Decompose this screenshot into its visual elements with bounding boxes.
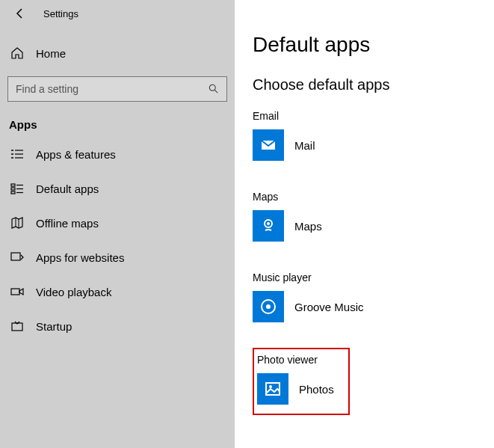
svg-point-23 [266, 304, 271, 309]
category-maps: Maps Maps [253, 191, 494, 242]
category-label: Music player [253, 271, 494, 283]
sidebar-item-apps-features[interactable]: Apps & features [0, 137, 235, 171]
svg-line-1 [214, 90, 217, 93]
app-selector-photo[interactable]: Photos [257, 373, 341, 405]
sidebar-item-default-apps[interactable]: Default apps [0, 171, 235, 206]
nav-label: Apps & features [36, 148, 116, 161]
nav-label: Video playback [36, 286, 111, 298]
sidebar-item-offline-maps[interactable]: Offline maps [0, 206, 235, 240]
app-selector-music[interactable]: Groove Music [253, 291, 494, 322]
window-title: Settings [43, 8, 78, 19]
app-name: Maps [294, 220, 322, 233]
home-icon [10, 46, 24, 60]
highlight-box: Photo viewer Photos [253, 348, 350, 415]
svg-rect-16 [11, 253, 20, 260]
nav-label: Apps for websites [36, 251, 124, 264]
svg-rect-17 [11, 289, 19, 295]
search-icon [209, 84, 219, 94]
sidebar-item-apps-websites[interactable]: Apps for websites [0, 240, 235, 274]
svg-rect-12 [11, 191, 15, 194]
app-name: Groove Music [294, 301, 364, 313]
category-photo-viewer: Photo viewer Photos [257, 354, 341, 405]
video-icon [10, 285, 24, 298]
sidebar-item-home[interactable]: Home [0, 37, 235, 69]
maps-icon [253, 210, 284, 242]
search-input[interactable] [16, 83, 209, 95]
nav-label: Default apps [36, 182, 99, 195]
svg-point-0 [209, 85, 215, 90]
sidebar-item-startup[interactable]: Startup [0, 309, 235, 343]
main-content: Default apps Choose default apps Email M… [235, 0, 494, 448]
mail-icon [253, 129, 284, 161]
sub-title: Choose default apps [253, 76, 494, 93]
defaults-icon [10, 182, 24, 195]
category-label: Maps [253, 191, 494, 203]
home-label: Home [36, 47, 66, 60]
sidebar: Settings Home Apps Apps & features Defau… [0, 0, 235, 448]
app-name: Mail [294, 139, 315, 152]
apps-web-icon [10, 251, 24, 264]
photos-icon [257, 373, 288, 405]
nav-label: Offline maps [36, 217, 99, 230]
app-selector-email[interactable]: Mail [253, 129, 494, 161]
svg-point-25 [269, 385, 272, 388]
category-label: Photo viewer [257, 354, 341, 366]
groove-icon [253, 291, 284, 322]
category-email: Email Mail [253, 110, 494, 161]
header: Settings [0, 0, 235, 25]
nav-label: Startup [36, 320, 72, 333]
sidebar-item-video-playback[interactable]: Video playback [0, 274, 235, 309]
page-title: Default apps [253, 33, 494, 57]
svg-rect-10 [11, 188, 15, 190]
category-label: Email [253, 110, 494, 122]
svg-point-21 [267, 222, 270, 225]
app-selector-maps[interactable]: Maps [253, 210, 494, 242]
back-arrow-icon[interactable] [13, 7, 25, 19]
section-title: Apps [0, 102, 235, 137]
startup-icon [10, 319, 24, 333]
search-box[interactable] [7, 76, 227, 102]
category-music: Music player Groove Music [253, 271, 494, 322]
svg-rect-8 [11, 184, 15, 186]
app-name: Photos [299, 383, 334, 396]
list-icon [10, 147, 24, 161]
map-icon [10, 216, 24, 230]
